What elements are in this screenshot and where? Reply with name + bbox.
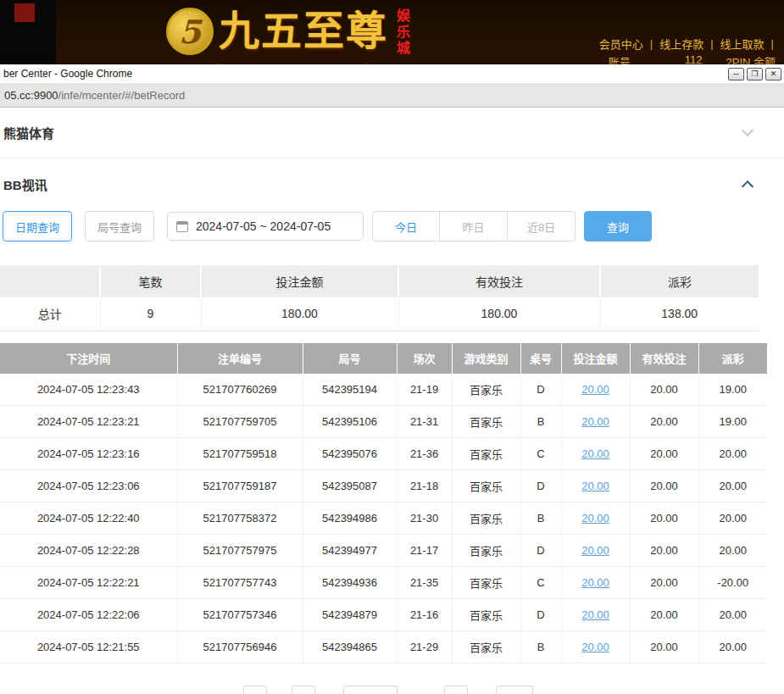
pagination-page-button[interactable] <box>292 686 315 694</box>
table-cell: 20.00 <box>630 631 698 663</box>
summary-header-payout: 派彩 <box>600 265 759 297</box>
table-cell: 2024-07-05 12:22:06 <box>0 599 177 631</box>
table-cell: 521707758372 <box>177 502 303 535</box>
close-button[interactable]: ✕ <box>765 68 781 81</box>
chevron-up-icon[interactable] <box>742 180 753 192</box>
table-row: 2024-07-05 12:22:06521707757346542394879… <box>0 599 767 631</box>
link-online-deposit[interactable]: 线上存款 <box>659 36 703 52</box>
table-cell: D <box>520 470 561 502</box>
link-separator: | <box>710 37 713 50</box>
date-range-value: 2024-07-05 ~ 2024-07-05 <box>196 219 331 233</box>
site-logo: 5 九五至尊 娱乐城 <box>166 2 412 59</box>
table-cell: D <box>520 535 561 567</box>
table-cell: 19.00 <box>698 374 767 406</box>
bet-amount-link[interactable]: 20.00 <box>581 383 609 396</box>
link-online-withdraw[interactable]: 线上取款 <box>720 36 765 52</box>
table-cell: 20.00 <box>630 470 698 502</box>
table-cell: 20.00 <box>561 631 630 663</box>
today-button[interactable]: 今日 <box>372 211 440 242</box>
table-cell: 20.00 <box>561 406 630 438</box>
bet-amount-link[interactable]: 20.00 <box>581 512 609 525</box>
banner-links: 会员中心 | 线上存款 | 线上取款 | <box>599 36 774 52</box>
logo-emblem-icon: 5 <box>166 8 214 55</box>
table-cell: 542395106 <box>303 406 397 438</box>
table-row: 2024-07-05 12:21:55521707756946542394865… <box>0 631 767 663</box>
window-titlebar[interactable]: ber Center - Google Chrome ─ ❐ ✕ <box>0 64 784 83</box>
pagination-page-size-select[interactable] <box>343 686 398 694</box>
bet-amount-link[interactable]: 20.00 <box>581 415 609 428</box>
table-cell: 20.00 <box>561 535 630 567</box>
pagination-jump-input[interactable] <box>496 686 533 694</box>
table-row: 2024-07-05 12:23:06521707759187542395087… <box>0 470 767 502</box>
table-cell: 542395194 <box>303 374 397 406</box>
table-cell: 521707757975 <box>177 535 303 567</box>
records-column-header: 游戏类别 <box>452 343 520 374</box>
bet-amount-link[interactable]: 20.00 <box>581 641 609 653</box>
table-cell: 20.00 <box>630 438 698 470</box>
address-bar[interactable]: 05.cc:9900/infe/mcenter/#/betRecord <box>0 83 784 108</box>
table-cell: 20.00 <box>698 438 767 470</box>
table-cell: D <box>520 374 561 406</box>
page-content: 熊猫体育 BB视讯 日期查询 局号查询 2024-07-05 ~ 2024-07… <box>0 108 784 694</box>
minimize-button[interactable]: ─ <box>728 68 744 81</box>
link-separator: | <box>771 37 774 50</box>
table-cell: 521707759518 <box>177 438 303 470</box>
table-cell: 20.00 <box>561 374 630 406</box>
table-cell: 20.00 <box>698 535 767 567</box>
table-cell: B <box>520 406 561 438</box>
table-cell: 21-36 <box>397 438 452 470</box>
records-table: 下注时间注单编号局号场次游戏类别桌号投注金额有效投注派彩 2024-07-05 … <box>0 343 767 664</box>
section-title-bb: BB视讯 <box>3 175 47 193</box>
table-cell: 2024-07-05 12:23:06 <box>0 470 177 502</box>
url-host: 05.cc:9900 <box>4 89 58 102</box>
records-column-header: 场次 <box>397 343 452 374</box>
records-column-header: 桌号 <box>520 343 561 374</box>
search-button[interactable]: 查询 <box>584 211 652 242</box>
table-cell: 百家乐 <box>452 406 520 438</box>
table-cell: 20.00 <box>561 470 630 502</box>
table-row: 2024-07-05 12:23:43521707760269542395194… <box>0 374 767 406</box>
records-column-header: 注单编号 <box>177 343 303 374</box>
table-cell: 21-30 <box>397 502 452 535</box>
table-cell: 20.00 <box>630 406 698 438</box>
table-cell: 2024-07-05 12:22:21 <box>0 567 177 599</box>
table-cell: B <box>520 502 561 535</box>
table-cell: 20.00 <box>630 374 698 406</box>
section-panda-sports[interactable]: 熊猫体育 <box>0 108 784 158</box>
yesterday-button[interactable]: 昨日 <box>440 211 508 242</box>
round-query-button[interactable]: 局号查询 <box>85 211 154 242</box>
table-cell: 542395076 <box>303 438 397 470</box>
bet-amount-link[interactable]: 20.00 <box>581 544 609 557</box>
date-range-picker[interactable]: 2024-07-05 ~ 2024-07-05 <box>167 212 364 241</box>
bet-amount-link[interactable]: 20.00 <box>581 608 609 621</box>
last8days-button[interactable]: 近8日 <box>508 211 575 242</box>
table-cell: 百家乐 <box>452 631 520 663</box>
table-cell: 2024-07-05 12:22:40 <box>0 502 177 535</box>
table-cell: 2024-07-05 12:23:16 <box>0 438 177 470</box>
link-member-center[interactable]: 会员中心 <box>599 36 643 52</box>
table-cell: -20.00 <box>698 567 767 599</box>
maximize-button[interactable]: ❐ <box>747 68 763 81</box>
summary-total-valid-bet: 180.00 <box>398 297 600 330</box>
table-cell: 521707757743 <box>177 567 303 599</box>
bet-amount-link[interactable]: 20.00 <box>581 480 609 492</box>
pagination-next-button[interactable] <box>444 686 468 694</box>
records-column-header: 投注金额 <box>561 343 630 374</box>
chevron-down-icon[interactable] <box>742 125 753 136</box>
section-bb-video[interactable]: BB视讯 <box>0 158 784 209</box>
pagination-prev-button[interactable] <box>243 686 267 694</box>
table-row: 2024-07-05 12:22:40521707758372542394986… <box>0 502 767 535</box>
bet-amount-link[interactable]: 20.00 <box>581 447 609 460</box>
table-cell: C <box>520 567 561 599</box>
table-cell: 20.00 <box>561 599 630 631</box>
bet-amount-link[interactable]: 20.00 <box>581 576 609 589</box>
summary-total-count: 9 <box>100 297 201 330</box>
filter-bar: 日期查询 局号查询 2024-07-05 ~ 2024-07-05 今日 昨日 … <box>0 209 784 242</box>
table-cell: 2024-07-05 12:23:21 <box>0 406 177 438</box>
table-cell: 百家乐 <box>452 438 520 470</box>
table-cell: 21-19 <box>397 374 452 406</box>
table-cell: 542394977 <box>303 535 397 567</box>
table-cell: 521707760269 <box>177 374 303 406</box>
pagination <box>243 686 784 694</box>
date-query-button[interactable]: 日期查询 <box>3 211 72 242</box>
